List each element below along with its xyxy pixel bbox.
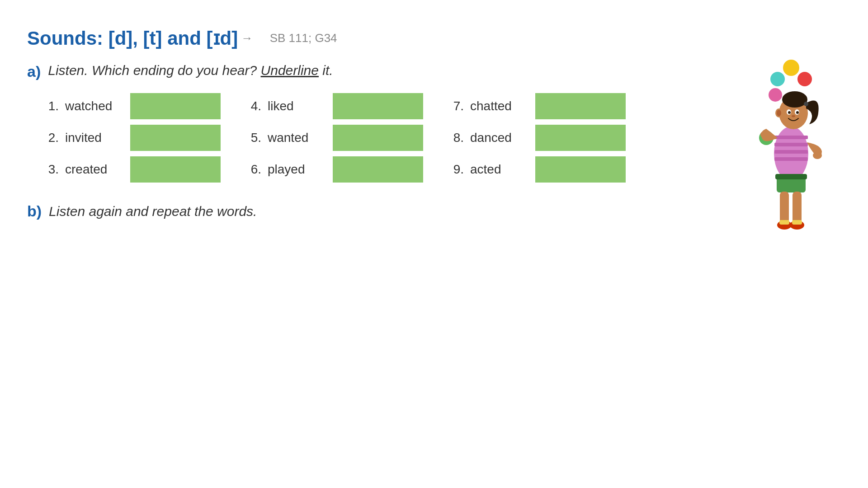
word-number-5: 5. (248, 131, 261, 145)
svg-rect-25 (793, 192, 802, 223)
word-row-9: 9. acted (450, 156, 626, 183)
word-text-4: liked (268, 99, 326, 113)
word-number-8: 8. (450, 131, 464, 145)
svg-rect-8 (774, 150, 808, 154)
svg-point-17 (788, 111, 791, 114)
svg-rect-24 (780, 192, 789, 223)
word-number-1: 1. (45, 99, 59, 113)
word-row-8: 8. danced (450, 125, 626, 151)
words-grid: 1. watched 2. invited 3. created 4. like… (45, 93, 841, 183)
word-row-6: 6. played (248, 156, 423, 183)
svg-point-3 (769, 88, 782, 102)
word-text-1: watched (65, 99, 124, 113)
svg-point-14 (804, 102, 808, 106)
svg-point-0 (783, 60, 799, 76)
word-row-1: 1. watched (45, 93, 221, 119)
word-row-5: 5. wanted (248, 125, 423, 151)
svg-point-2 (797, 72, 812, 86)
section-b-label: b) (27, 202, 42, 220)
answer-box-5[interactable] (333, 125, 423, 151)
word-text-5: wanted (268, 131, 326, 145)
word-column-3: 7. chatted 8. danced 9. acted (450, 93, 626, 183)
reference-text: SB 111; G34 (270, 31, 337, 45)
svg-rect-29 (792, 220, 802, 225)
word-text-2: invited (65, 131, 124, 145)
svg-point-19 (792, 115, 795, 117)
answer-box-6[interactable] (333, 156, 423, 183)
section-a-label: a) (27, 63, 41, 80)
word-text-7: chatted (470, 99, 529, 113)
svg-rect-9 (774, 157, 808, 161)
word-text-3: created (65, 162, 124, 177)
word-row-2: 2. invited (45, 125, 221, 151)
instruction-b: Listen again and repeat the words. (49, 204, 257, 219)
word-row-7: 7. chatted (450, 93, 626, 119)
word-number-3: 3. (45, 162, 59, 177)
svg-rect-7 (774, 143, 808, 146)
instruction-a: Listen. Which ending do you hear? Underl… (48, 63, 333, 78)
word-number-7: 7. (450, 99, 464, 113)
word-text-6: played (268, 162, 326, 177)
answer-box-3[interactable] (130, 156, 221, 183)
svg-point-1 (770, 72, 785, 86)
answer-box-7[interactable] (535, 93, 626, 119)
answer-box-1[interactable] (130, 93, 221, 119)
svg-rect-6 (774, 136, 808, 139)
word-text-8: danced (470, 131, 529, 145)
word-number-4: 4. (248, 99, 261, 113)
svg-point-13 (782, 91, 807, 108)
word-row-3: 3. created (45, 156, 221, 183)
answer-box-2[interactable] (130, 125, 221, 151)
svg-point-20 (760, 131, 769, 138)
svg-point-12 (777, 110, 781, 116)
svg-rect-23 (775, 174, 807, 179)
word-text-9: acted (470, 162, 529, 177)
answer-box-9[interactable] (535, 156, 626, 183)
word-number-9: 9. (450, 162, 464, 177)
svg-rect-28 (779, 220, 789, 225)
word-column-1: 1. watched 2. invited 3. created (45, 93, 221, 183)
word-row-4: 4. liked (248, 93, 423, 119)
answer-box-4[interactable] (333, 93, 423, 119)
word-number-6: 6. (248, 162, 261, 177)
svg-point-21 (813, 152, 822, 159)
svg-point-18 (796, 111, 799, 114)
word-column-2: 4. liked 5. wanted 6. played (248, 93, 423, 183)
arrow-icon: → (238, 31, 256, 45)
character-illustration (741, 54, 841, 244)
answer-box-8[interactable] (535, 125, 626, 151)
page-title: Sounds: [d], [t] and [ɪd] (27, 27, 238, 49)
word-number-2: 2. (45, 131, 59, 145)
underline-word: Underline (261, 63, 319, 78)
